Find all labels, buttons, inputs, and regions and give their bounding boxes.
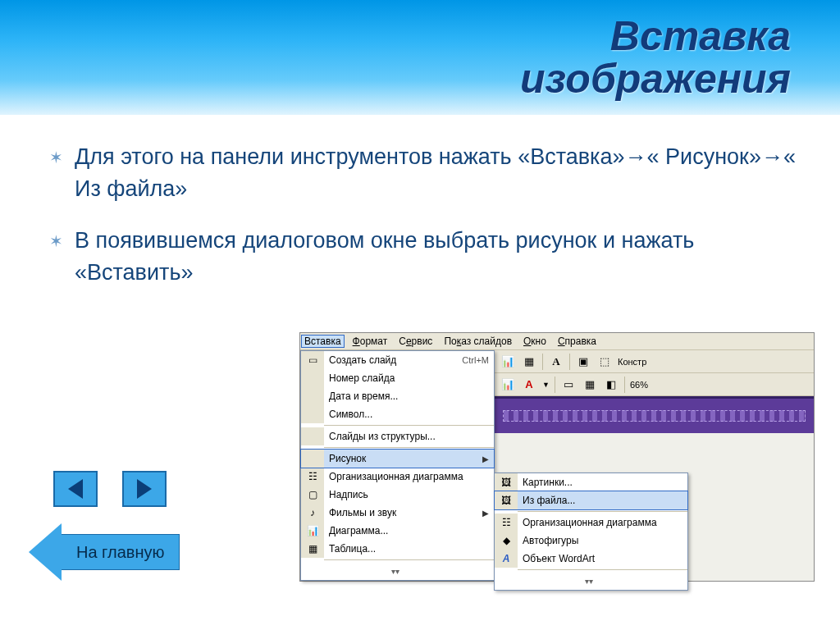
font-color-icon[interactable]: A (521, 377, 537, 393)
sound-icon: ♪ (301, 504, 324, 522)
mi-symbol[interactable]: Символ... (301, 405, 494, 423)
separator (324, 425, 494, 426)
editor-canvas (495, 396, 814, 433)
mi-textbox[interactable]: ▢ Надпись (301, 486, 494, 504)
diagram-icon: ☷ (495, 514, 518, 532)
slide-title: Вставка изображения (520, 15, 791, 101)
slide-body: ✶ Для этого на панели инструментов нажат… (0, 116, 840, 317)
smi-org-diag[interactable]: ☷ Организационная диаграмма (495, 514, 687, 532)
chart-icon[interactable]: 📊 (500, 377, 516, 393)
separator (518, 569, 687, 570)
dropdown-vstavka: ▭ Создать слайд Ctrl+M Номер слайда Дата… (300, 350, 495, 581)
submenu-risunok: 🖼 Картинки... 🖼 Из файла... ☷ Организаци… (494, 472, 688, 591)
mi-create-slide[interactable]: ▭ Создать слайд Ctrl+M (301, 351, 494, 369)
menu-service[interactable]: Сервис (399, 336, 432, 347)
textbox-icon: ▢ (301, 486, 324, 504)
separator (518, 511, 687, 512)
bullet-2-text: В появившемся диалоговом окне выбрать ри… (75, 225, 807, 289)
separator (324, 447, 494, 448)
font-icon[interactable]: A (548, 354, 564, 370)
app-screenshot: Вставка Формат Сервис Показ слайдов Окно… (299, 332, 815, 582)
mi-table[interactable]: ▦ Таблица... (301, 540, 494, 558)
design-icon[interactable]: ⬚ (596, 354, 613, 370)
menu-show[interactable]: Показ слайдов (444, 336, 512, 347)
smi-expand[interactable]: ▾▾ (495, 572, 687, 590)
mi-movies-sound[interactable]: ♪ Фильмы и звук ▶ (301, 504, 494, 522)
navigation-area: На главную (53, 471, 180, 581)
grid-icon[interactable]: ▦ (582, 377, 598, 393)
smi-clipart[interactable]: 🖼 Картинки... (495, 473, 687, 491)
table-icon[interactable]: ▦ (521, 354, 537, 370)
smi-autoshapes[interactable]: ◆ Автофигуры (495, 532, 687, 550)
slide-icon[interactable]: ▭ (560, 377, 577, 393)
menubar: Вставка Формат Сервис Показ слайдов Окно… (300, 333, 814, 350)
chart-icon: 📊 (301, 522, 324, 540)
slide-icon: ▭ (301, 351, 324, 369)
next-button[interactable] (122, 471, 167, 507)
wordart-icon: A (495, 550, 518, 568)
bullet-marker-icon: ✶ (49, 230, 63, 294)
mi-slides-from-outline[interactable]: Слайды из структуры... (301, 427, 494, 445)
chevron-down-icon: ▾▾ (391, 567, 399, 576)
canvas-selection (503, 410, 806, 422)
home-button[interactable]: На главную (29, 523, 180, 581)
bullet-2: ✶ В появившемся диалоговом окне выбрать … (49, 225, 807, 289)
mi-chart[interactable]: 📊 Диаграмма... (301, 522, 494, 540)
picture-icon: 🖼 (495, 473, 518, 491)
title-line1: Вставка (610, 13, 791, 59)
toolbar-2: 📊 A ▼ ▭ ▦ ◧ 66% (495, 373, 814, 396)
menu-help[interactable]: Справка (558, 336, 596, 347)
toolbar-konstr[interactable]: Констр (618, 357, 646, 367)
shapes-icon: ◆ (495, 532, 518, 550)
smi-from-file[interactable]: 🖼 Из файла... (494, 491, 688, 510)
bullet-1: ✶ Для этого на панели инструментов нажат… (49, 141, 807, 205)
smi-wordart[interactable]: A Объект WordArt (495, 550, 687, 568)
picture-icon: 🖼 (495, 491, 518, 509)
zoom-value[interactable]: 66% (630, 380, 648, 390)
table-icon: ▦ (301, 540, 324, 558)
chevron-left-icon (68, 479, 83, 499)
arrow-left-icon (29, 523, 62, 581)
show-icon[interactable]: ▣ (575, 354, 591, 370)
prev-button[interactable] (53, 471, 98, 507)
nav-buttons (53, 471, 180, 507)
dropdown-icon[interactable]: ▼ (542, 381, 550, 389)
chevron-down-icon: ▾▾ (585, 577, 593, 586)
chevron-right-icon: ▶ (482, 454, 489, 463)
menu-vstavka[interactable]: Вставка (301, 335, 345, 348)
color-icon[interactable]: ◧ (603, 377, 619, 393)
bullet-marker-icon: ✶ (49, 146, 63, 210)
menu-window[interactable]: Окно (523, 336, 546, 347)
mi-slide-number[interactable]: Номер слайда (301, 369, 494, 387)
chevron-right-icon (137, 479, 152, 499)
title-line2: изображения (520, 56, 791, 102)
chart-icon[interactable]: 📊 (500, 354, 516, 370)
chevron-right-icon: ▶ (482, 509, 489, 518)
mi-risunok[interactable]: Рисунок ▶ (300, 449, 495, 468)
toolbar-1: 📊 ▦ A ▣ ⬚ Констр (495, 350, 814, 373)
mi-date-time[interactable]: Дата и время... (301, 387, 494, 405)
mi-expand[interactable]: ▾▾ (301, 562, 494, 580)
menu-format[interactable]: Формат (353, 336, 388, 347)
bullet-1-text: Для этого на панели инструментов нажать … (75, 141, 807, 205)
separator (324, 559, 494, 560)
diagram-icon: ☷ (301, 468, 324, 486)
mi-org-diagram[interactable]: ☷ Организационная диаграмма (301, 468, 494, 486)
slide-header: Вставка изображения (0, 0, 840, 116)
home-label: На главную (62, 534, 180, 570)
